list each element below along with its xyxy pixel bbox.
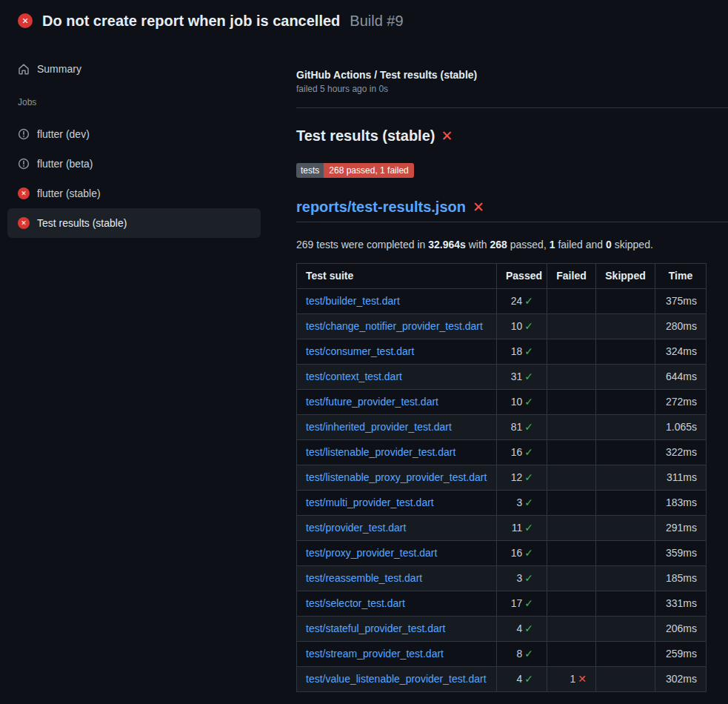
- passed-count: 10: [511, 320, 523, 332]
- suite-link[interactable]: test/reassemble_test.dart: [306, 572, 422, 584]
- suite-link[interactable]: test/stateful_provider_test.dart: [306, 622, 445, 634]
- check-icon: ✓: [524, 320, 533, 332]
- passed-count: 17: [511, 597, 523, 609]
- passed-count: 8: [516, 648, 522, 660]
- column-header-time: Time: [655, 264, 707, 289]
- time-cell: 272ms: [655, 390, 707, 415]
- suite-cell: test/stateful_provider_test.dart: [297, 617, 497, 642]
- suite-link[interactable]: test/change_notifier_provider_test.dart: [306, 320, 483, 332]
- sidebar-item-flutter-beta[interactable]: flutter (beta): [7, 149, 261, 179]
- suite-link[interactable]: test/inherited_provider_test.dart: [306, 421, 452, 433]
- suite-cell: test/change_notifier_provider_test.dart: [297, 314, 497, 339]
- time-value: 280ms: [666, 320, 697, 332]
- passed-count: 3: [516, 497, 522, 508]
- time-value: 272ms: [666, 396, 697, 408]
- time-value: 644ms: [666, 371, 697, 382]
- skipped-cell: [596, 390, 655, 415]
- suite-cell: test/proxy_provider_test.dart: [297, 541, 497, 566]
- passed-cell: 10✓: [497, 314, 547, 339]
- passed-cell: 17✓: [497, 591, 547, 617]
- time-value: 324ms: [666, 345, 697, 357]
- table-row: test/builder_test.dart 24✓ ✕ 375ms: [297, 289, 707, 314]
- skipped-cell: [596, 440, 655, 465]
- table-row: test/proxy_provider_test.dart 16✓ ✕ 359m…: [297, 541, 707, 566]
- suite-link[interactable]: test/listenable_proxy_provider_test.dart: [306, 471, 487, 483]
- sidebar-item-flutter-stable[interactable]: ✕ flutter (stable): [7, 179, 261, 208]
- time-cell: 311ms: [655, 465, 707, 491]
- column-header-test-suite: Test suite: [297, 264, 497, 289]
- time-cell: 183ms: [655, 491, 707, 516]
- passed-cell: 16✓: [497, 440, 547, 465]
- suite-link[interactable]: test/multi_provider_test.dart: [306, 497, 434, 508]
- suite-link[interactable]: test/builder_test.dart: [306, 295, 400, 307]
- failed-cell: ✕: [547, 541, 596, 566]
- passed-cell: 81✓: [497, 415, 547, 440]
- sidebar-item-test-results-stable[interactable]: ✕ Test results (stable): [7, 208, 261, 238]
- suite-link[interactable]: test/provider_test.dart: [306, 522, 406, 534]
- table-header-row: Test suite Passed Failed Skipped Time: [297, 264, 707, 289]
- suite-link[interactable]: test/value_listenable_provider_test.dart: [306, 673, 487, 685]
- suite-link[interactable]: test/listenable_provider_test.dart: [306, 446, 455, 458]
- failed-cell: ✕: [547, 591, 596, 617]
- table-row: test/consumer_test.dart 18✓ ✕ 324ms: [297, 339, 707, 365]
- tests-badge: tests268 passed, 1 failed: [296, 163, 414, 178]
- check-icon: ✓: [524, 345, 533, 357]
- check-icon: ✓: [524, 371, 533, 382]
- check-icon: ✓: [524, 648, 533, 660]
- summary-text: passed,: [507, 239, 550, 250]
- time-value: 331ms: [666, 597, 697, 609]
- time-cell: 375ms: [655, 289, 707, 314]
- check-icon: ✓: [524, 471, 533, 483]
- suite-cell: test/reassemble_test.dart: [297, 566, 497, 591]
- suite-link[interactable]: test/selector_test.dart: [306, 597, 405, 609]
- passed-cell: 16✓: [497, 541, 547, 566]
- time-cell: 359ms: [655, 541, 707, 566]
- table-row: test/stateful_provider_test.dart 4✓ ✕ 20…: [297, 617, 707, 642]
- time-value: 311ms: [667, 471, 697, 483]
- failed-cell: ✕: [547, 516, 596, 541]
- passed-count: 24: [511, 295, 523, 307]
- x-circle-icon: ✕: [18, 187, 30, 199]
- badge-value: 268 passed, 1 failed: [324, 163, 413, 178]
- suite-link[interactable]: test/proxy_provider_test.dart: [306, 547, 437, 559]
- page-title: Do not create report when job is cancell…: [42, 13, 340, 30]
- table-row: test/change_notifier_provider_test.dart …: [297, 314, 707, 339]
- suite-link[interactable]: test/context_test.dart: [306, 371, 402, 382]
- results-table: Test suite Passed Failed Skipped Time te…: [296, 263, 707, 692]
- x-circle-icon: ✕: [18, 13, 33, 28]
- suite-cell: test/future_provider_test.dart: [297, 390, 497, 415]
- failed-cell: ✕: [547, 642, 596, 667]
- time-cell: 644ms: [655, 365, 707, 390]
- check-icon: ✓: [524, 673, 533, 685]
- table-row: test/multi_provider_test.dart 3✓ ✕ 183ms: [297, 491, 707, 516]
- suite-link[interactable]: test/stream_provider_test.dart: [306, 648, 444, 660]
- suite-cell: test/listenable_provider_test.dart: [297, 440, 497, 465]
- time-value: 206ms: [666, 622, 697, 634]
- skipped-cell: [596, 314, 655, 339]
- summary-failed: 1: [550, 239, 555, 250]
- summary-skipped: 0: [606, 239, 612, 250]
- failed-cell: ✕: [547, 365, 596, 390]
- skipped-cell: [596, 516, 655, 541]
- table-row: test/inherited_provider_test.dart 81✓ ✕ …: [297, 415, 707, 440]
- suite-link[interactable]: test/future_provider_test.dart: [306, 396, 438, 408]
- fail-x-icon: ✕: [472, 200, 484, 214]
- table-row: test/reassemble_test.dart 3✓ ✕ 185ms: [297, 566, 707, 591]
- check-icon: ✓: [524, 522, 533, 534]
- run-header: ✕ Do not create report when job is cance…: [0, 0, 728, 41]
- time-cell: 322ms: [655, 440, 707, 465]
- time-cell: 206ms: [655, 617, 707, 642]
- layout: Summary Jobs flutter (dev) flutter (beta…: [0, 41, 728, 692]
- column-header-passed: Passed: [497, 264, 547, 289]
- passed-count: 16: [511, 547, 523, 559]
- sidebar-item-flutter-dev[interactable]: flutter (dev): [7, 119, 261, 149]
- x-glyph: ✕: [21, 17, 28, 25]
- report-link[interactable]: reports/test-results.json: [296, 199, 466, 216]
- sidebar-item-summary[interactable]: Summary: [7, 54, 261, 84]
- check-icon: ✓: [524, 597, 533, 609]
- time-cell: 291ms: [655, 516, 707, 541]
- time-value: 359ms: [666, 547, 697, 559]
- suite-link[interactable]: test/consumer_test.dart: [306, 345, 414, 357]
- report-heading: reports/test-results.json✕: [296, 199, 728, 222]
- passed-cell: 18✓: [497, 339, 547, 365]
